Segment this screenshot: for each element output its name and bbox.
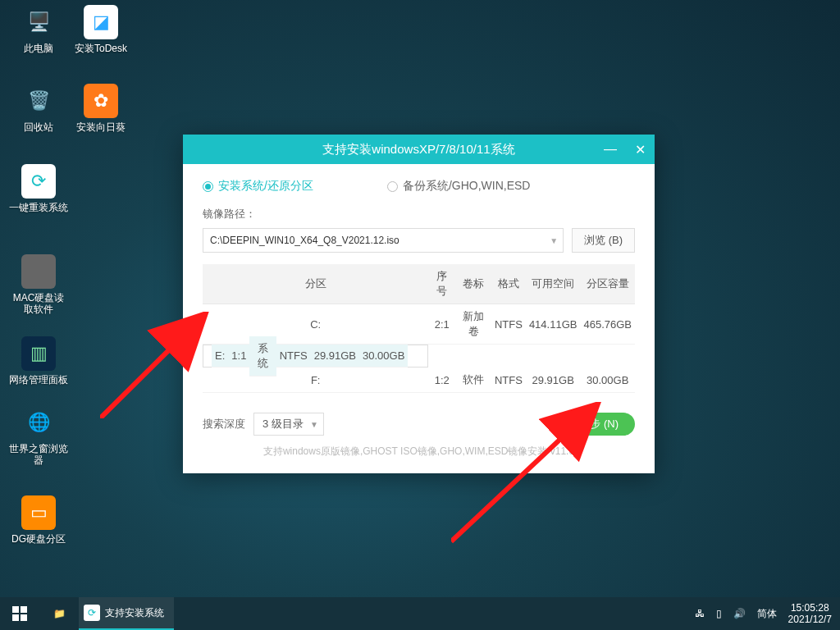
desktop-icon-dg-partition[interactable]: ▭DG硬盘分区: [8, 495, 69, 545]
next-button[interactable]: 下一步 (N): [552, 413, 635, 436]
search-depth-label: 搜索深度: [203, 417, 245, 431]
chevron-down-icon: ▼: [550, 236, 558, 245]
desktop-icon-reinstall[interactable]: ⟳一键重装系统: [8, 164, 69, 213]
desktop-icon-this-pc[interactable]: 🖥️此电脑: [8, 5, 69, 54]
col-format: 格式: [491, 264, 526, 304]
task-app-icon: ⟳: [84, 605, 100, 621]
radio-dot-icon: [203, 181, 213, 192]
col-label: 卷标: [455, 264, 491, 304]
browse-button[interactable]: 浏览 (B): [572, 228, 635, 253]
col-partition: 分区: [203, 264, 428, 304]
desktop-icon-recycle-bin[interactable]: 🗑️回收站: [8, 84, 69, 133]
installer-window: 支持安装windowsXP/7/8/10/11系统 — ✕ 安装系统/还原分区 …: [183, 135, 655, 473]
tray-ime[interactable]: 简体: [757, 607, 777, 621]
table-row[interactable]: E:1:1系统NTFS29.91GB30.00GB: [203, 345, 428, 368]
col-capacity: 分区容量: [580, 264, 635, 304]
tray-volume-icon[interactable]: 🔊: [733, 608, 746, 619]
taskbar: 📁 ⟳ 支持安装系统 🖧 ▯ 🔊 简体 15:05:28 2021/12/7: [0, 597, 840, 630]
window-title: 支持安装windowsXP/7/8/10/11系统: [322, 142, 514, 158]
desktop-icon-theworld-browser[interactable]: 🌐世界之窗浏览器: [8, 405, 69, 467]
svg-rect-4: [12, 614, 19, 621]
tray-network-icon[interactable]: 🖧: [695, 608, 705, 619]
desktop-icon-mac-disk[interactable]: MAC硬盘读取软件: [8, 254, 69, 316]
col-free: 可用空间: [526, 264, 581, 304]
partition-table: 分区 序号 卷标 格式 可用空间 分区容量 C:2:1新加卷NTFS414.11…: [203, 264, 635, 393]
search-depth-select[interactable]: 3 级目录 ▼: [253, 413, 324, 436]
svg-rect-5: [21, 614, 27, 621]
radio-dot-icon: [387, 181, 398, 192]
desktop-icon-sunflower[interactable]: ✿安装向日葵: [71, 84, 131, 133]
radio-install-restore[interactable]: 安装系统/还原分区: [203, 179, 313, 194]
close-button[interactable]: ✕: [625, 135, 655, 164]
tray-battery-icon[interactable]: ▯: [716, 608, 722, 619]
desktop-icon-network-panel[interactable]: ▥网络管理面板: [8, 336, 69, 386]
taskbar-task-installer[interactable]: ⟳ 支持安装系统: [79, 597, 174, 630]
tray-clock[interactable]: 15:05:28 2021/12/7: [788, 602, 832, 626]
desktop-icon-todesk[interactable]: ◪安装ToDesk: [71, 5, 131, 54]
footer-hint: 支持windows原版镜像,GHOST ISO镜像,GHO,WIM,ESD镜像安…: [183, 445, 655, 459]
chevron-down-icon: ▼: [310, 420, 318, 429]
col-index: 序号: [428, 264, 455, 304]
svg-rect-2: [12, 606, 19, 613]
svg-rect-3: [21, 606, 27, 613]
start-button[interactable]: [0, 597, 39, 630]
titlebar[interactable]: 支持安装windowsXP/7/8/10/11系统 — ✕: [183, 135, 655, 164]
minimize-button[interactable]: —: [596, 135, 625, 164]
image-path-label: 镜像路径：: [203, 207, 635, 221]
radio-backup[interactable]: 备份系统/GHO,WIN,ESD: [387, 179, 531, 194]
taskbar-explorer-icon[interactable]: 📁: [39, 597, 79, 630]
image-path-combo[interactable]: C:\DEEPIN_WIN10_X64_Q8_V2021.12.iso ▼: [203, 228, 564, 253]
